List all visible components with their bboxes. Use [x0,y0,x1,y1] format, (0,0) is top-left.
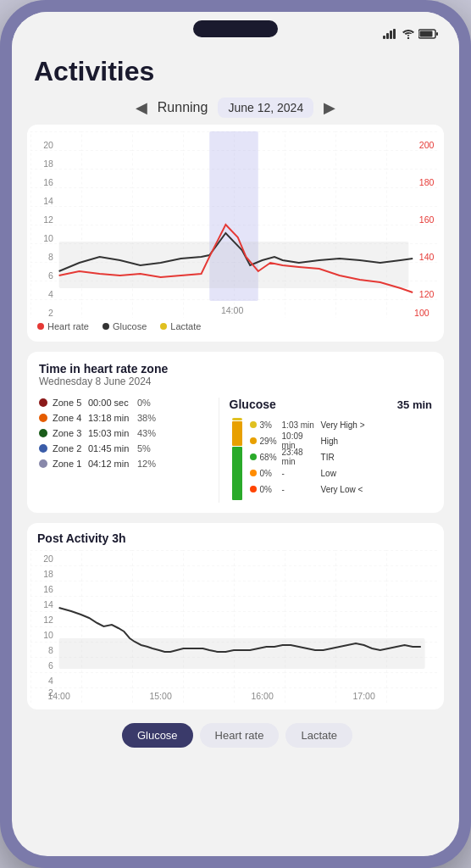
svg-text:100: 100 [414,308,429,318]
svg-text:10: 10 [43,233,53,243]
legend-glucose: Glucose [103,321,147,331]
zone-row-4: Zone 4 13:18 min 38% [39,413,208,423]
veryhigh-dot [250,421,257,428]
zone5-time: 00:00 sec [88,398,132,408]
zone4-label: Zone 4 [53,413,83,423]
info-card-title: Time in heart rate zone [39,362,432,376]
svg-text:8: 8 [48,645,53,655]
main-chart-card: 20 18 16 14 12 10 8 6 4 2 200 180 160 [27,125,444,342]
glucose-bar-svg [231,418,243,503]
svg-text:2: 2 [48,308,53,318]
svg-text:17:00: 17:00 [352,691,374,701]
svg-rect-30 [232,447,242,500]
svg-text:6: 6 [48,270,53,281]
zone3-dot [39,429,47,437]
zone-row-5: Zone 5 00:00 sec 0% [39,398,208,408]
glucose-dot [103,323,109,330]
glucose-total-time: 35 min [397,398,432,411]
zone3-label: Zone 3 [53,428,83,438]
zone3-pct: 43% [137,428,161,438]
zone4-dot [39,414,47,422]
next-arrow[interactable]: ▶ [324,98,335,117]
svg-text:14: 14 [43,599,53,609]
tab-glucose[interactable]: Glucose [122,723,193,748]
glucose-section-title: Glucose [230,398,276,411]
verylow-pct: 0% [260,485,279,494]
glucose-row-high: 29% 10:09 min High [250,434,432,448]
main-chart-svg: 20 18 16 14 12 10 8 6 4 2 200 180 160 [30,131,437,318]
tir-dot [250,453,257,460]
battery-icon [418,29,439,39]
tir-pct: 68% [260,453,279,462]
low-pct: 0% [260,469,279,478]
glucose-bar-col [230,418,245,503]
zone4-pct: 38% [137,413,161,423]
lactate-label: Lactate [170,321,201,331]
date-badge: June 12, 2024 [218,97,313,118]
tab-lactate[interactable]: Lactate [285,723,352,748]
svg-text:15:00: 15:00 [149,691,171,701]
svg-text:14:00: 14:00 [221,305,243,315]
glucose-data-col: 3% 1:03 min Very High > 29% 10:09 min Hi… [250,418,432,503]
svg-rect-33 [30,550,437,703]
svg-text:12: 12 [43,615,53,625]
zone5-dot [39,398,47,407]
signal-icon [383,29,398,39]
info-card-body: Zone 5 00:00 sec 0% Zone 4 13:18 min 38% [39,398,432,503]
tir-time: 23:48 min [282,448,318,466]
zone2-dot [39,444,47,453]
activity-nav: ◀ Running June 12, 2024 ▶ [27,97,444,118]
svg-rect-6 [420,31,433,37]
zones-section: Zone 5 00:00 sec 0% Zone 4 13:18 min 38% [39,398,208,503]
heartrate-label: Heart rate [47,321,89,331]
svg-text:18: 18 [43,569,53,579]
zone3-time: 15:03 min [88,428,132,438]
zone-row-2: Zone 2 01:45 min 5% [39,443,208,453]
glucose-label: Glucose [113,321,147,331]
zone-row-3: Zone 3 15:03 min 43% [39,428,208,438]
zone4-time: 13:18 min [88,413,132,423]
zone-row-1: Zone 1 04:12 min 12% [39,459,208,469]
svg-text:14:00: 14:00 [47,691,69,701]
glucose-header: Glucose 35 min [230,398,432,411]
verylow-time: - [282,485,318,494]
high-label: High [321,437,339,446]
zone5-pct: 0% [137,398,161,408]
low-label: Low [321,469,336,478]
svg-rect-44 [59,638,425,669]
phone-frame: Activities ◀ Running June 12, 2024 ▶ [0,0,471,868]
zone2-label: Zone 2 [53,443,83,453]
svg-text:140: 140 [419,252,435,262]
svg-rect-0 [383,36,385,39]
phone-screen: Activities ◀ Running June 12, 2024 ▶ [12,12,459,856]
tab-heartrate[interactable]: Heart rate [200,723,280,748]
lactate-dot [160,323,167,330]
svg-text:8: 8 [48,252,53,262]
svg-text:20: 20 [43,140,53,150]
info-card: Time in heart rate zone Wednesday 8 June… [27,352,444,513]
glucose-row-verylow: 0% - Very Low < [250,482,432,496]
low-time: - [282,469,318,478]
zone1-label: Zone 1 [53,459,83,469]
zone1-time: 04:12 min [88,459,132,469]
svg-text:200: 200 [419,140,435,150]
prev-arrow[interactable]: ◀ [136,98,147,117]
svg-text:18: 18 [43,159,53,169]
svg-text:10: 10 [43,630,53,640]
svg-text:6: 6 [48,660,53,670]
zone2-pct: 5% [137,443,161,453]
svg-text:16: 16 [43,584,53,594]
svg-rect-1 [386,33,389,39]
post-activity-title: Post Activity 3h [30,531,437,545]
zone2-time: 01:45 min [88,443,132,453]
svg-text:16: 16 [43,177,53,187]
svg-rect-29 [232,421,242,446]
info-card-subtitle: Wednesday 8 June 2024 [39,376,432,387]
status-bar [12,12,459,49]
high-dot [250,437,257,444]
zone1-pct: 12% [137,459,161,469]
legend-heartrate: Heart rate [37,321,89,331]
legend-lactate: Lactate [160,321,201,331]
info-card-header: Time in heart rate zone Wednesday 8 June… [39,362,432,387]
glucose-row-low: 0% - Low [250,466,432,480]
